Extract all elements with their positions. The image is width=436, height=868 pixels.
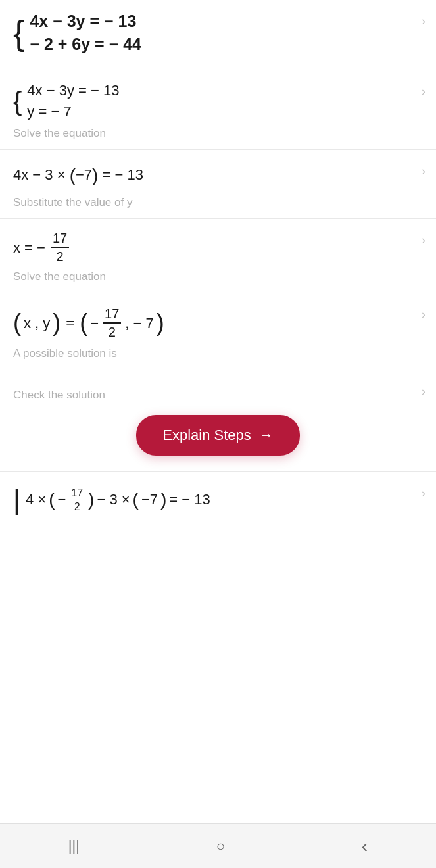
step-block-6[interactable]: Check the solution › Explain Steps → (0, 370, 436, 472)
frac-small-7: 17 2 (70, 487, 84, 512)
chevron-icon-6: › (422, 385, 425, 398)
eq2-line-1: 4x − 3y = − 13 (27, 82, 119, 99)
fraction-denominator-5: 2 (107, 324, 118, 339)
step-block-5[interactable]: ( x , y ) = ( − 17 2 , − 7 ) A possible … (0, 293, 436, 370)
math-display-3: 4x − 3 × (−7) = − 13 (13, 162, 423, 189)
nav-home-button[interactable]: ○ (197, 831, 245, 861)
brace-left-2: { (13, 82, 22, 120)
chevron-icon-4: › (422, 233, 425, 247)
verification-math: | 4 × ( − 17 2 ) − 3 × ( −7 ) = − 13 (13, 484, 423, 516)
chevron-icon-1: › (422, 14, 425, 28)
step-label-2: Solve the equation (13, 127, 423, 140)
fraction-17-2: 17 2 (51, 231, 69, 264)
step-block-3[interactable]: 4x − 3 × (−7) = − 13 Substitute the valu… (0, 150, 436, 219)
nav-menu-button[interactable]: ||| (49, 831, 99, 861)
chevron-icon-2: › (422, 85, 425, 99)
step-block-7[interactable]: | 4 × ( − 17 2 ) − 3 × ( −7 ) = − 13 › (0, 472, 436, 525)
nav-back-button[interactable]: ‹ (342, 829, 387, 863)
step-label-6: Check the solution (13, 389, 423, 402)
home-icon: ○ (216, 838, 225, 855)
fraction-denominator: 2 (54, 248, 65, 264)
step-block-1[interactable]: { 4x − 3y = − 13 − 2 + 6y = − 44 › (0, 0, 436, 70)
veri-right-paren-1: ) (88, 489, 94, 510)
step-label-5: A possible solution is (13, 347, 423, 360)
inner-right-paren-5: ) (157, 305, 164, 341)
step-label-4: Solve the equation (13, 270, 423, 283)
equations-list-1: 4x − 3y = − 13 − 2 + 6y = − 44 (30, 12, 141, 54)
left-paren-3: ( (70, 165, 76, 185)
explain-steps-arrow: → (259, 427, 274, 444)
inner-left-paren-5: ( (80, 305, 87, 341)
step-label-3: Substitute the value of y (13, 196, 423, 209)
explain-steps-label: Explain Steps (162, 427, 251, 444)
outer-left-paren-5: ( (13, 305, 21, 341)
equation-system-1: { 4x − 3y = − 13 − 2 + 6y = − 44 (13, 12, 423, 54)
fraction-17-2-step5: 17 2 (103, 306, 121, 339)
eq2-line-2: y = − 7 (27, 103, 119, 120)
equation-system-2: { 4x − 3y = − 13 y = − 7 (13, 82, 423, 120)
veri-right-paren-2: ) (160, 489, 166, 510)
back-icon: ‹ (362, 836, 368, 857)
math-display-5: ( x , y ) = ( − 17 2 , − 7 ) (13, 305, 423, 341)
frac-small-denom-7: 2 (73, 500, 82, 513)
math-display-4: x = − 17 2 (13, 231, 423, 264)
right-paren-3: ) (92, 165, 98, 185)
menu-icon: ||| (68, 838, 80, 855)
veri-left-paren-1: ( (49, 489, 55, 510)
eq-line-1: 4x − 3y = − 13 (30, 12, 141, 31)
big-brace-7: | (13, 484, 20, 516)
fraction-numerator-5: 17 (103, 306, 121, 324)
explain-steps-button[interactable]: Explain Steps → (136, 415, 300, 456)
step-block-2[interactable]: { 4x − 3y = − 13 y = − 7 Solve the equat… (0, 70, 436, 150)
chevron-icon-5: › (422, 308, 425, 322)
chevron-icon-7: › (422, 487, 425, 500)
veri-left-paren-2: ( (133, 489, 139, 510)
main-content: { 4x − 3y = − 13 − 2 + 6y = − 44 › { 4x … (0, 0, 436, 577)
brace-left-1: { (13, 12, 24, 54)
step-block-4[interactable]: x = − 17 2 Solve the equation › (0, 219, 436, 293)
eq-line-2: − 2 + 6y = − 44 (30, 35, 141, 54)
frac-small-numer-7: 17 (70, 487, 84, 500)
fraction-numerator: 17 (51, 231, 69, 248)
bottom-nav-bar: ||| ○ ‹ (0, 823, 436, 868)
chevron-icon-3: › (422, 164, 425, 178)
outer-right-paren-5: ) (53, 305, 61, 341)
equations-list-2: 4x − 3y = − 13 y = − 7 (27, 82, 119, 120)
